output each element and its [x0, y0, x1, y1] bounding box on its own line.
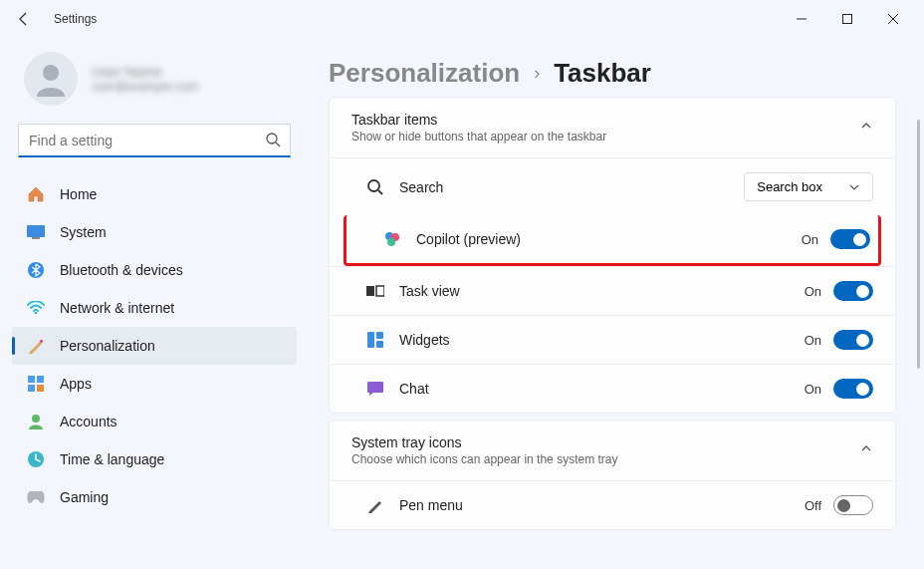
apps-icon: [26, 374, 46, 394]
chevron-down-icon: [848, 181, 860, 193]
toggle-state: Off: [805, 498, 821, 513]
svg-point-20: [387, 238, 395, 246]
toggle-state: On: [805, 333, 821, 348]
close-button[interactable]: [870, 3, 916, 35]
section-header[interactable]: System tray icons Choose which icons can…: [330, 421, 895, 480]
svg-rect-1: [843, 15, 852, 24]
row-widgets: Widgets On: [330, 315, 895, 364]
section-subtitle: Choose which icons can appear in the sys…: [351, 452, 617, 466]
sidebar: User Name user@example.com Home System B…: [0, 38, 309, 569]
back-button[interactable]: [8, 3, 40, 35]
section-tray: System tray icons Choose which icons can…: [329, 420, 896, 530]
section-subtitle: Show or hide buttons that appear on the …: [351, 130, 606, 143]
section-title: System tray icons: [351, 434, 617, 450]
breadcrumb: Personalization › Taskbar: [329, 58, 896, 89]
copilot-toggle[interactable]: [830, 229, 870, 249]
nav-label: Accounts: [60, 414, 117, 429]
widgets-icon: [351, 331, 399, 349]
row-taskview: Task view On: [330, 266, 895, 315]
row-copilot: Copilot (preview) On: [344, 215, 881, 266]
section-header[interactable]: Taskbar items Show or hide buttons that …: [330, 98, 895, 157]
nav-label: Network & internet: [60, 300, 174, 316]
time-icon: [26, 449, 46, 469]
row-search: Search Search box: [330, 157, 895, 215]
svg-rect-6: [32, 237, 40, 239]
nav-accounts[interactable]: Accounts: [12, 403, 297, 440]
nav-label: Personalization: [60, 338, 155, 354]
toggle-state: On: [802, 232, 818, 247]
copilot-icon: [368, 230, 416, 248]
breadcrumb-parent[interactable]: Personalization: [329, 58, 520, 89]
svg-rect-12: [28, 385, 35, 392]
search-select[interactable]: Search box: [744, 172, 873, 201]
svg-rect-5: [27, 225, 45, 237]
svg-line-17: [378, 190, 382, 194]
nav-personalization[interactable]: Personalization: [12, 327, 297, 365]
row-label: Widgets: [399, 332, 805, 348]
bluetooth-icon: [26, 260, 46, 280]
chat-toggle[interactable]: [833, 379, 873, 399]
section-title: Taskbar items: [351, 112, 606, 128]
avatar: [24, 52, 78, 106]
nav-network[interactable]: Network & internet: [12, 289, 297, 327]
breadcrumb-current: Taskbar: [554, 58, 651, 89]
search-icon: [265, 132, 281, 151]
gaming-icon: [26, 487, 46, 507]
nav-label: Time & language: [60, 451, 164, 467]
svg-rect-13: [37, 385, 44, 392]
svg-rect-25: [376, 341, 383, 348]
minimize-button[interactable]: [779, 3, 824, 35]
maximize-button[interactable]: [824, 3, 870, 35]
pen-icon: [351, 496, 399, 514]
main-content: Personalization › Taskbar Taskbar items …: [309, 38, 924, 569]
user-email: user@example.com: [92, 80, 198, 94]
row-label: Chat: [399, 381, 805, 397]
nav-home[interactable]: Home: [12, 175, 297, 213]
toggle-state: On: [805, 284, 821, 299]
titlebar: Settings: [0, 0, 924, 38]
search-wrap: [18, 124, 291, 157]
svg-point-2: [43, 65, 59, 81]
chevron-right-icon: ›: [534, 63, 540, 84]
nav-gaming[interactable]: Gaming: [12, 478, 297, 516]
svg-point-3: [267, 134, 277, 143]
nav-system[interactable]: System: [12, 213, 297, 251]
svg-point-8: [35, 312, 38, 315]
row-label: Copilot (preview): [416, 231, 802, 247]
system-icon: [26, 222, 46, 242]
nav-time[interactable]: Time & language: [12, 440, 297, 478]
svg-point-14: [32, 415, 40, 423]
scrollbar[interactable]: [917, 120, 920, 369]
personalization-icon: [26, 336, 46, 356]
chevron-up-icon: [859, 441, 873, 459]
row-chat: Chat On: [330, 364, 895, 413]
person-icon: [31, 59, 71, 99]
nav-apps[interactable]: Apps: [12, 365, 297, 403]
row-label: Search: [399, 179, 744, 195]
chat-icon: [351, 380, 399, 398]
search-input[interactable]: [18, 124, 291, 157]
svg-rect-22: [376, 286, 384, 296]
taskview-icon: [351, 284, 399, 298]
widgets-toggle[interactable]: [833, 330, 873, 350]
svg-rect-10: [28, 376, 35, 383]
svg-rect-24: [376, 332, 383, 339]
nav-label: Apps: [60, 376, 92, 392]
nav-bluetooth[interactable]: Bluetooth & devices: [12, 251, 297, 289]
nav-label: Home: [60, 186, 97, 202]
svg-rect-23: [367, 332, 374, 348]
chevron-up-icon: [859, 119, 873, 137]
toggle-state: On: [805, 382, 821, 397]
row-label: Task view: [399, 283, 805, 299]
row-penmenu: Pen menu Off: [330, 480, 895, 529]
user-name: User Name: [92, 64, 198, 80]
row-label: Pen menu: [399, 497, 805, 513]
window-title: Settings: [54, 12, 97, 26]
penmenu-toggle[interactable]: [833, 495, 873, 515]
taskview-toggle[interactable]: [833, 281, 873, 301]
window-controls: [779, 3, 916, 35]
nav-label: Gaming: [60, 489, 109, 505]
svg-rect-11: [37, 376, 44, 383]
user-profile[interactable]: User Name user@example.com: [12, 38, 297, 124]
section-taskbar-items: Taskbar items Show or hide buttons that …: [329, 97, 896, 414]
